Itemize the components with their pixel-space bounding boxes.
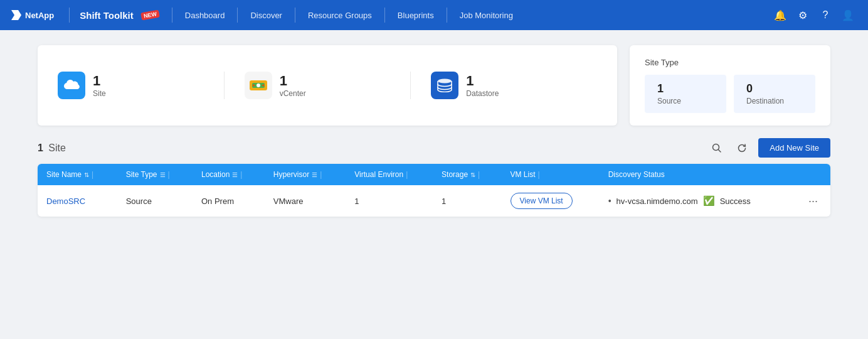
summary-row: 1 Site 1 bbox=[38, 45, 830, 126]
vcenter-svg bbox=[245, 72, 272, 99]
user-button[interactable]: 👤 bbox=[838, 5, 858, 25]
site-name-link[interactable]: DemoSRC bbox=[46, 196, 85, 206]
nav-right: 🔔 ⚙ ? 👤 bbox=[770, 5, 858, 25]
stat-vcenter: 1 vCenter bbox=[225, 72, 411, 99]
netapp-label: NetApp bbox=[25, 11, 54, 20]
divider-1 bbox=[237, 8, 238, 23]
stat-site: 1 Site bbox=[58, 72, 225, 99]
section-title: 1 Site bbox=[38, 143, 66, 154]
table-header: Site Name ⇅ | Site Type ☰ | Location bbox=[38, 164, 830, 185]
settings-button[interactable]: ⚙ bbox=[793, 5, 813, 25]
netapp-logo-icon bbox=[10, 9, 23, 21]
header-row: Site Name ⇅ | Site Type ☰ | Location bbox=[38, 164, 830, 185]
col-actions bbox=[796, 164, 830, 185]
stat-site-text: 1 Site bbox=[93, 73, 106, 98]
site-type-destination: 0 Destination bbox=[734, 75, 815, 113]
col-storage-label: Storage bbox=[442, 170, 468, 179]
col-vm-list-label: VM List bbox=[511, 170, 536, 179]
nav-job-monitoring[interactable]: Job Monitoring bbox=[452, 0, 521, 30]
col-discovery-status: Discovery Status bbox=[600, 164, 796, 185]
netapp-logo: NetApp bbox=[10, 9, 54, 21]
col-site-type: Site Type ☰ | bbox=[117, 164, 193, 185]
table-body: DemoSRC Source On Prem VMware 1 1 View V… bbox=[38, 185, 830, 217]
notifications-button[interactable]: 🔔 bbox=[770, 5, 790, 25]
divider-2 bbox=[295, 8, 295, 23]
cell-vm-list: View VM List bbox=[502, 185, 600, 217]
nav-blueprints[interactable]: Blueprints bbox=[390, 0, 442, 30]
cloud-svg bbox=[63, 79, 80, 92]
svg-point-5 bbox=[257, 83, 260, 87]
col-hypervisor-label: Hypervisor bbox=[273, 170, 309, 179]
col-hypervisor: Hypervisor ☰ | bbox=[265, 164, 346, 185]
datastore-svg bbox=[437, 78, 453, 92]
section-actions: Add New Site bbox=[708, 138, 830, 158]
stat-datastore-label: Datastore bbox=[466, 89, 499, 98]
navbar: NetApp Shift Toolkit NEW Dashboard Disco… bbox=[0, 0, 868, 30]
nav-dashboard[interactable]: Dashboard bbox=[177, 0, 233, 30]
stat-vcenter-text: 1 vCenter bbox=[280, 73, 306, 98]
svg-point-8 bbox=[438, 79, 452, 83]
col-vm-list: VM List | bbox=[502, 164, 600, 185]
cell-virtual-environ: 1 bbox=[346, 185, 433, 217]
stat-datastore-text: 1 Datastore bbox=[466, 73, 499, 98]
stat-site-label: Site bbox=[93, 89, 106, 98]
vcenter-icon bbox=[245, 72, 272, 99]
site-name-sort-icon: ⇅ bbox=[84, 171, 89, 178]
stat-vcenter-number: 1 bbox=[280, 73, 306, 89]
cell-hypervisor: VMware bbox=[265, 185, 346, 217]
stat-site-number: 1 bbox=[93, 73, 106, 89]
datastore-icon bbox=[431, 72, 458, 99]
row-more-button[interactable]: ··· bbox=[805, 193, 822, 208]
app-name: Shift Toolkit bbox=[80, 10, 134, 21]
section-header: 1 Site Add New Site bbox=[38, 138, 830, 158]
col-location-label: Location bbox=[201, 170, 230, 179]
site-type-filter-icon: ☰ bbox=[160, 171, 166, 178]
help-button[interactable]: ? bbox=[815, 5, 835, 25]
cell-storage: 1 bbox=[433, 185, 501, 217]
col-site-name: Site Name ⇅ | bbox=[38, 164, 117, 185]
add-new-site-button[interactable]: Add New Site bbox=[758, 138, 830, 158]
divider-4 bbox=[447, 8, 447, 23]
refresh-button[interactable] bbox=[733, 139, 751, 157]
divider-3 bbox=[384, 8, 385, 23]
col-location: Location ☰ | bbox=[193, 164, 265, 185]
cell-site-type: Source bbox=[117, 185, 193, 217]
table-row: DemoSRC Source On Prem VMware 1 1 View V… bbox=[38, 185, 830, 217]
discovery-cell: • hv-vcsa.nimdemo.com ✅ Success bbox=[608, 195, 787, 207]
col-site-type-label: Site Type bbox=[126, 170, 157, 179]
discovery-status-text: Success bbox=[720, 196, 751, 206]
col-site-name-label: Site Name bbox=[46, 170, 82, 179]
storage-sort-icon: ⇅ bbox=[470, 171, 475, 178]
source-count: 1 bbox=[657, 82, 714, 95]
cell-site-name: DemoSRC bbox=[38, 185, 117, 217]
search-icon bbox=[712, 143, 722, 153]
section-count: 1 bbox=[38, 143, 43, 153]
site-type-grid: 1 Source 0 Destination bbox=[645, 75, 815, 113]
discovery-host: hv-vcsa.nimdemo.com bbox=[617, 196, 698, 206]
view-vm-list-button[interactable]: View VM List bbox=[511, 193, 573, 209]
success-icon: ✅ bbox=[703, 195, 715, 207]
svg-line-10 bbox=[719, 149, 721, 152]
sites-table: Site Name ⇅ | Site Type ☰ | Location bbox=[38, 164, 830, 217]
stats-card: 1 Site 1 bbox=[38, 45, 617, 126]
discovery-bullet: • bbox=[608, 196, 611, 206]
main-nav-divider bbox=[172, 8, 172, 23]
col-virtual-environ: Virtual Environ | bbox=[346, 164, 433, 185]
col-discovery-status-label: Discovery Status bbox=[608, 170, 665, 179]
brand: NetApp Shift Toolkit NEW bbox=[10, 8, 159, 23]
main-content: 1 Site 1 bbox=[0, 30, 868, 232]
stat-datastore-number: 1 bbox=[466, 73, 499, 89]
destination-count: 0 bbox=[746, 82, 803, 95]
cell-discovery-status: • hv-vcsa.nimdemo.com ✅ Success bbox=[600, 185, 796, 217]
hypervisor-filter-icon: ☰ bbox=[312, 171, 317, 178]
location-filter-icon: ☰ bbox=[232, 171, 238, 178]
site-type-title: Site Type bbox=[645, 58, 815, 67]
svg-marker-1 bbox=[11, 10, 21, 20]
search-button[interactable] bbox=[708, 139, 726, 157]
brand-divider bbox=[69, 8, 70, 23]
col-storage: Storage ⇅ | bbox=[433, 164, 501, 185]
nav-discover[interactable]: Discover bbox=[243, 0, 290, 30]
nav-resource-groups[interactable]: Resource Groups bbox=[300, 0, 379, 30]
site-type-source: 1 Source bbox=[645, 75, 726, 113]
site-type-card: Site Type 1 Source 0 Destination bbox=[630, 45, 830, 126]
